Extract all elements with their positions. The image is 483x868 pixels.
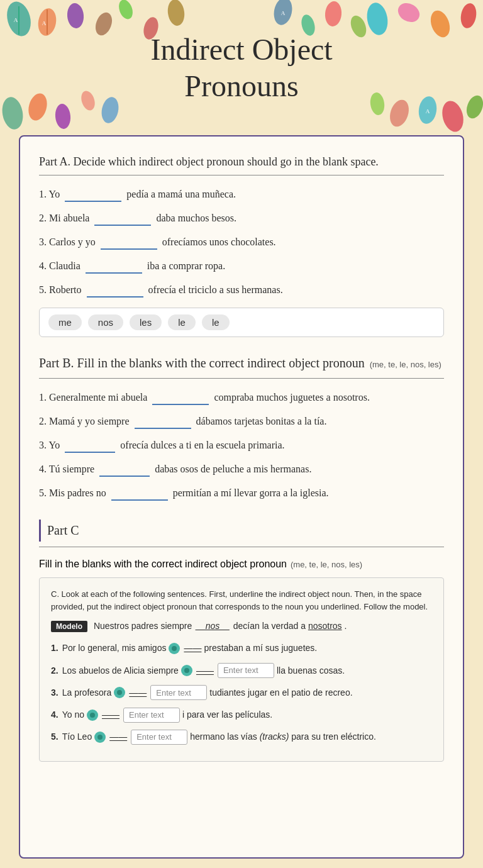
part-c-hint: (me, te, le, nos, les)	[291, 560, 362, 569]
content-card: Part A. Decide which indirect object pro…	[19, 135, 464, 859]
svg-point-4	[66, 3, 84, 29]
part-a-title: Part A. Decide which indirect object pro…	[39, 155, 444, 169]
enter-text-4[interactable]: Enter text	[123, 708, 180, 723]
sentence-row: 2. Mamá y yo siempre dábamos tarjetas bo…	[39, 414, 444, 429]
svg-point-17	[0, 96, 25, 131]
part-a-section: Part A. Decide which indirect object pro…	[39, 155, 444, 337]
part-c-subtitle: Fill in the blanks with the correct indi…	[39, 559, 287, 570]
modelo-row: Modelo Nuestros padres siempre __nos__ d…	[51, 619, 432, 633]
page-title: Indirect Object Pronouns	[150, 31, 332, 104]
svg-point-18	[26, 91, 50, 123]
blank-1a	[65, 189, 121, 202]
sentence-row: 3. La profesora —— Enter text tudiantes …	[51, 685, 432, 701]
modelo-underline-word: nosotros	[308, 621, 342, 631]
svg-point-26	[387, 97, 412, 129]
svg-point-16	[348, 13, 369, 40]
blank-1b	[152, 392, 209, 405]
sentence-row: 4. Claudia iba a comprar ropa.	[39, 259, 444, 274]
svg-text:A: A	[14, 17, 18, 23]
enter-text-2[interactable]: Enter text	[218, 663, 274, 678]
svg-text:A: A	[42, 20, 47, 26]
sentence-row: 2. Los abuelos de Alicia siempre —— Ente…	[51, 663, 432, 679]
svg-point-22	[464, 93, 483, 121]
svg-point-13	[272, 0, 295, 26]
sentence-text: iba a comprar ropa.	[147, 260, 225, 271]
part-b-section: Part B. Fill in the blanks with the corr…	[39, 356, 444, 501]
part-b-title: Part B. Fill in the blanks with the corr…	[39, 356, 365, 370]
teal-dot-3	[114, 687, 125, 698]
sentence-row: 3. Yo ofrecía dulces a ti en la escuela …	[39, 438, 444, 453]
svg-point-6	[365, 1, 391, 37]
svg-point-5	[92, 10, 115, 38]
modelo-badge: Modelo	[51, 621, 87, 632]
svg-point-24	[99, 96, 121, 125]
teal-dot-5	[94, 732, 106, 743]
sentence-row: 4. Tú siempre dabas osos de peluche a mi…	[39, 462, 444, 477]
blank-4b	[99, 464, 150, 477]
blank-3a	[101, 237, 157, 250]
svg-point-2	[36, 7, 58, 37]
blank-5b	[111, 488, 168, 501]
svg-text:A: A	[426, 108, 430, 114]
sentence-row: 5. Tío Leo —— Enter text hermano las vía…	[51, 729, 432, 745]
word-chip-nos[interactable]: nos	[88, 314, 123, 330]
part-b-hint: (me, te, le, nos, les)	[370, 360, 441, 369]
word-chip-les[interactable]: les	[130, 314, 162, 330]
sentence-text: pedía a mamá una muñeca.	[126, 189, 236, 199]
blank-4a	[86, 261, 142, 274]
teal-dot-1	[169, 643, 180, 654]
word-chip-me[interactable]: me	[48, 314, 82, 330]
svg-point-9	[459, 2, 479, 30]
sentence-row: 3. Carlos y yo ofrecíamos unos chocolate…	[39, 235, 444, 250]
sentence-num: 1. Yo	[39, 189, 60, 199]
word-chip-le2[interactable]: le	[202, 314, 230, 330]
svg-point-0	[3, 0, 34, 39]
sentence-row: 1. Por lo general, mis amigos —— prestab…	[51, 640, 432, 656]
sentence-text: ofrecíamos unos chocolates.	[162, 236, 276, 247]
svg-point-12	[166, 0, 186, 27]
sentence-row: 1. Yo pedía a mamá una muñeca.	[39, 187, 444, 202]
part-c-title: Part C	[47, 523, 79, 537]
header: A A A A Indirect Object Pronouns	[0, 0, 483, 135]
sentence-num: 2. Mi abuela	[39, 213, 89, 223]
blank-2a	[94, 213, 151, 226]
sentence-text: ofrecía el triciclo a sus hermanas.	[148, 284, 283, 295]
word-bank: me nos les le le	[39, 308, 444, 337]
sentence-num: 3. Carlos y yo	[39, 236, 96, 247]
svg-point-10	[116, 0, 135, 21]
svg-point-20	[417, 95, 438, 125]
sentence-text: daba muchos besos.	[156, 213, 236, 223]
part-c-instruction: C. Look at each of the following sentenc…	[51, 588, 432, 613]
word-chip-le1[interactable]: le	[168, 314, 196, 330]
svg-point-23	[79, 89, 97, 113]
svg-point-7	[394, 0, 423, 26]
blank-2b	[135, 416, 191, 429]
enter-text-5[interactable]: Enter text	[131, 730, 187, 745]
blank-5a	[87, 285, 143, 298]
blank-3b	[65, 440, 115, 453]
part-c-box: C. Look at each of the following sentenc…	[39, 577, 444, 762]
svg-point-8	[427, 8, 453, 40]
part-c-section: Part C Fill in the blanks with the corre…	[39, 520, 444, 762]
svg-text:A: A	[281, 10, 286, 16]
teal-dot-4	[87, 709, 98, 721]
svg-point-25	[369, 92, 386, 116]
sentence-row: 5. Mis padres no permitían a mí llevar g…	[39, 486, 444, 501]
sentence-row: 2. Mi abuela daba muchos besos.	[39, 211, 444, 226]
svg-point-19	[54, 103, 71, 130]
svg-point-15	[324, 1, 342, 27]
svg-point-21	[439, 99, 467, 135]
sentence-row: 5. Roberto ofrecía el triciclo a sus her…	[39, 282, 444, 298]
sentence-row: 4. Yo no —— Enter text i para ver las pe…	[51, 707, 432, 723]
teal-dot-2	[181, 665, 192, 676]
sentence-num: 4. Claudia	[39, 260, 80, 271]
sentence-row: 1. Generalmente mi abuela compraba mucho…	[39, 390, 444, 405]
enter-text-3[interactable]: Enter text	[150, 685, 207, 700]
sentence-num: 5. Roberto	[39, 284, 82, 295]
